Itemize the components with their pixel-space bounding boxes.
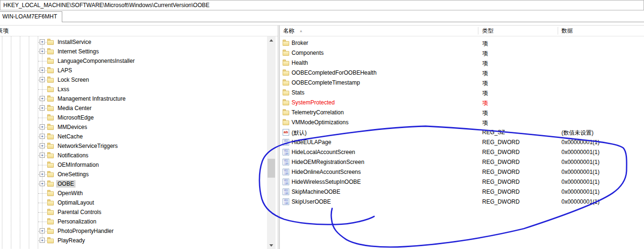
value-type: REG_SZ — [482, 129, 505, 136]
folder-icon — [47, 171, 54, 177]
column-header-data[interactable]: 数据 — [561, 26, 573, 36]
subkey-folder-icon — [283, 40, 290, 46]
tree-row-label: Lxss — [56, 86, 71, 93]
folder-icon — [47, 152, 54, 158]
expand-plus-icon[interactable]: + — [40, 96, 45, 101]
folder-icon — [47, 67, 54, 73]
tree-row[interactable]: + MMDevices — [0, 122, 267, 132]
tree-row[interactable]: + Internet Settings — [0, 47, 267, 56]
column-header-type[interactable]: 类型 — [482, 26, 493, 36]
column-header-name-label: 名称 — [283, 27, 294, 34]
value-row[interactable]: Stats 项 — [280, 88, 644, 98]
tree-row[interactable]: + Personalization — [0, 217, 267, 226]
tree-row[interactable]: + Lock Screen — [0, 75, 267, 85]
value-row[interactable]: ab (默认) REG_SZ (数值未设置) — [280, 128, 644, 137]
tree-row-label: OneSettings — [56, 171, 90, 178]
arrow-up-icon — [269, 39, 273, 42]
tree-row[interactable]: + OptimalLayout — [0, 198, 267, 207]
tree-row[interactable]: + NetCache — [0, 132, 267, 141]
tree-row[interactable]: + Notifications — [0, 151, 267, 160]
value-type: REG_DWORD — [482, 139, 519, 146]
expand-plus-icon[interactable]: + — [40, 105, 45, 111]
tree-row[interactable]: + Media Center — [0, 103, 267, 113]
value-row[interactable]: 011110 HideOnlineAccountScreens REG_DWOR… — [280, 167, 644, 177]
folder-icon — [47, 39, 54, 45]
folder-icon — [47, 58, 54, 64]
tree-row[interactable]: + PhotoPropertyHandler — [0, 226, 267, 236]
value-name: OOBECompletedForOOBEHealth — [292, 69, 376, 76]
tree-connector — [38, 61, 47, 61]
folder-icon — [47, 209, 54, 215]
expand-plus-icon[interactable]: + — [40, 39, 45, 44]
subkey-folder-icon — [283, 119, 290, 125]
expand-plus-icon[interactable]: + — [40, 238, 45, 243]
value-row[interactable]: SystemProtected 项 — [280, 98, 644, 108]
tree-row[interactable]: + Parental Controls — [0, 207, 267, 217]
tab-computer[interactable]: WIN-LOAM7EF6MHT — [0, 11, 62, 22]
scrollbar-thumb[interactable] — [268, 159, 275, 178]
tree-row[interactable]: + PlayReady — [0, 236, 267, 245]
value-row[interactable]: 011110 HideWirelessSetupInOOBE REG_DWORD… — [280, 177, 644, 187]
tree-column-header[interactable]: 表项 — [0, 26, 279, 36]
tree-row-label: Personalization — [56, 218, 98, 225]
folder-icon — [47, 228, 54, 234]
value-row[interactable]: VMModeOptimizations 项 — [280, 118, 644, 128]
tree-row[interactable]: + OOBE — [0, 179, 267, 189]
value-row[interactable]: 011110 SkipUserOOBE REG_DWORD 0x00000001… — [280, 197, 644, 207]
column-header-name[interactable]: 名称▲ — [283, 26, 303, 37]
value-row[interactable]: TelemetryCorrelation 项 — [280, 108, 644, 118]
column-divider[interactable] — [478, 27, 478, 34]
value-name: HideOEMRegistrationScreen — [292, 159, 364, 165]
tree-vertical-scrollbar[interactable] — [267, 36, 276, 249]
expand-plus-icon[interactable]: + — [40, 143, 45, 148]
expand-plus-icon[interactable]: + — [40, 49, 45, 54]
expand-plus-icon[interactable]: + — [40, 181, 45, 186]
tree-row[interactable]: + LanguageComponentsInstaller — [0, 56, 267, 66]
tree-row[interactable]: + MicrosoftEdge — [0, 113, 267, 122]
value-row[interactable]: 011110 HideEULAPage REG_DWORD 0x00000001… — [280, 137, 644, 147]
tree-row[interactable]: + OEMInformation — [0, 160, 267, 170]
value-row[interactable]: Broker 项 — [280, 38, 644, 48]
value-data: 0x00000001(1) — [561, 139, 600, 146]
expand-plus-icon[interactable]: + — [40, 228, 45, 233]
value-type: REG_DWORD — [482, 189, 519, 195]
value-row[interactable]: 011110 HideLocalAccountScreen REG_DWORD … — [280, 147, 644, 157]
value-type: REG_DWORD — [482, 169, 519, 175]
tree-row-label: MMDevices — [56, 123, 89, 131]
value-row[interactable]: OOBECompletedForOOBEHealth 项 — [280, 68, 644, 78]
tree-row[interactable]: + OneSettings — [0, 170, 267, 179]
value-row[interactable]: 011110 SkipMachineOOBE REG_DWORD 0x00000… — [280, 187, 644, 197]
reg-dword-icon: 011110 — [283, 169, 289, 175]
tree-row[interactable]: + LAPS — [0, 66, 267, 75]
value-name: HideEULAPage — [292, 139, 331, 146]
expand-plus-icon[interactable]: + — [40, 153, 45, 158]
value-row[interactable]: 011110 HideOEMRegistrationScreen REG_DWO… — [280, 157, 644, 167]
value-name: Health — [292, 60, 308, 66]
list-column-headers: 名称▲ 类型 数据 — [280, 26, 644, 36]
value-name: (默认) — [292, 129, 307, 137]
tree-row[interactable]: + OpenWith — [0, 189, 267, 198]
value-row[interactable]: Components 项 — [280, 48, 644, 58]
scroll-up-button[interactable] — [267, 36, 276, 44]
value-data: 0x00000001(1) — [561, 149, 600, 155]
scroll-down-button[interactable] — [267, 241, 276, 249]
expand-plus-icon[interactable]: + — [40, 77, 45, 82]
expand-plus-icon[interactable]: + — [40, 134, 45, 139]
expand-plus-icon[interactable]: + — [40, 124, 45, 129]
tree-row[interactable]: + NetworkServiceTriggers — [0, 141, 267, 151]
expand-plus-icon[interactable]: + — [40, 68, 45, 73]
expand-plus-icon[interactable]: + — [40, 172, 45, 177]
value-type: 项 — [482, 69, 488, 77]
reg-sz-icon: ab — [283, 129, 289, 136]
value-row[interactable]: Health 项 — [280, 58, 644, 68]
reg-dword-icon: 011110 — [283, 189, 289, 195]
tree-row[interactable]: + InstallService — [0, 37, 267, 47]
reg-dword-icon: 011110 — [283, 149, 289, 155]
column-divider[interactable] — [558, 27, 558, 34]
value-row[interactable]: OOBECompleteTimestamp 项 — [280, 78, 644, 88]
tree-row[interactable]: + Management Infrastructure — [0, 94, 267, 103]
tree-row[interactable]: + Lxss — [0, 85, 267, 94]
pane-splitter[interactable] — [278, 26, 280, 249]
tree-row-label: Parental Controls — [56, 208, 103, 216]
registry-path-bar[interactable]: HKEY_LOCAL_MACHINE\SOFTWARE\Microsoft\Wi… — [0, 0, 644, 10]
